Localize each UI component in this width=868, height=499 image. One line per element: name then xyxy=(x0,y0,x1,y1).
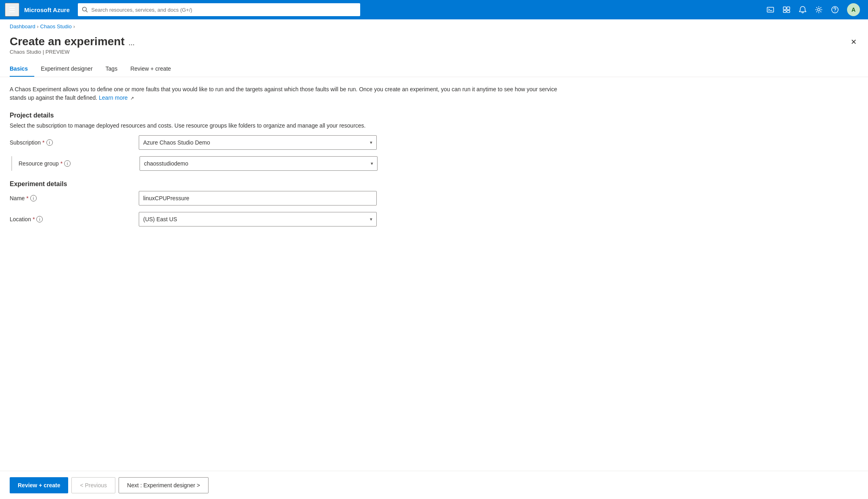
hamburger-menu[interactable]: ☰ xyxy=(5,3,19,17)
close-button[interactable]: ✕ xyxy=(849,36,858,48)
svg-rect-5 xyxy=(787,7,790,10)
name-input[interactable] xyxy=(139,191,377,205)
location-chevron-icon: ▾ xyxy=(370,216,372,222)
project-details-title: Project details xyxy=(10,112,858,119)
resource-group-row: Resource group * i chaosstudiodemo ▾ xyxy=(10,156,858,171)
search-icon xyxy=(82,6,88,13)
project-details-desc: Select the subscription to manage deploy… xyxy=(10,122,858,129)
experiment-details-title: Experiment details xyxy=(10,180,858,188)
previous-button[interactable]: < Previous xyxy=(71,477,115,493)
help-icon xyxy=(831,6,839,14)
portal-icon-btn[interactable] xyxy=(779,4,794,15)
topnav-icons: A xyxy=(763,2,863,18)
svg-rect-4 xyxy=(783,7,786,10)
location-dropdown[interactable]: (US) East US ▾ xyxy=(139,212,377,226)
settings-icon-btn[interactable] xyxy=(812,4,826,15)
tab-review-create[interactable]: Review + create xyxy=(124,61,177,77)
help-icon-btn[interactable] xyxy=(828,4,842,15)
subscription-required: * xyxy=(42,139,44,146)
avatar: A xyxy=(847,3,860,16)
tab-tags[interactable]: Tags xyxy=(99,61,124,77)
breadcrumb-sep-1: › xyxy=(37,24,39,29)
page-subtitle: Chaos Studio | PREVIEW xyxy=(10,49,135,55)
tabs: Basics Experiment designer Tags Review +… xyxy=(0,55,868,77)
breadcrumb-chaos-studio[interactable]: Chaos Studio xyxy=(40,23,72,29)
main-content: A Chaos Experiment allows you to define … xyxy=(0,77,868,461)
page-header: Create an experiment ... Chaos Studio | … xyxy=(0,34,868,55)
subscription-label: Subscription * i xyxy=(10,139,139,146)
resource-group-control: chaosstudiodemo ▾ xyxy=(140,156,378,171)
breadcrumb: Dashboard › Chaos Studio › xyxy=(0,19,868,34)
subscription-chevron-icon: ▾ xyxy=(370,140,372,145)
more-options-btn[interactable]: ... xyxy=(129,39,135,47)
svg-point-8 xyxy=(818,8,820,11)
resource-group-info-icon[interactable]: i xyxy=(64,160,71,167)
location-label: Location * i xyxy=(10,216,139,222)
location-row: Location * i (US) East US ▾ xyxy=(10,212,858,226)
name-required: * xyxy=(26,195,28,201)
resource-group-value: chaosstudiodemo xyxy=(144,160,188,167)
avatar-btn[interactable]: A xyxy=(844,2,863,18)
subscription-info-icon[interactable]: i xyxy=(46,139,53,146)
svg-line-1 xyxy=(86,10,87,12)
external-link-icon: ↗ xyxy=(130,96,134,101)
brand-name: Microsoft Azure xyxy=(24,6,70,13)
portal-icon xyxy=(782,6,791,14)
terminal-icon-btn[interactable] xyxy=(763,4,778,15)
name-control xyxy=(139,191,377,205)
location-value: (US) East US xyxy=(143,216,177,222)
resource-group-chevron-icon: ▾ xyxy=(371,161,373,166)
notifications-icon-btn[interactable] xyxy=(795,4,810,15)
location-info-icon[interactable]: i xyxy=(36,216,43,222)
svg-point-10 xyxy=(835,11,835,12)
intro-text: A Chaos Experiment allows you to define … xyxy=(10,85,574,102)
search-input[interactable] xyxy=(91,7,356,13)
tab-basics[interactable]: Basics xyxy=(10,61,34,77)
learn-more-link[interactable]: Learn more xyxy=(99,94,128,101)
resource-group-dropdown[interactable]: chaosstudiodemo ▾ xyxy=(140,156,378,171)
subscription-dropdown[interactable]: Azure Chaos Studio Demo ▾ xyxy=(139,135,377,150)
subscription-value: Azure Chaos Studio Demo xyxy=(143,139,210,146)
svg-rect-6 xyxy=(783,10,786,13)
review-create-button[interactable]: Review + create xyxy=(10,477,68,493)
indent-bar xyxy=(11,156,12,171)
next-button[interactable]: Next : Experiment designer > xyxy=(119,477,209,493)
name-label: Name * i xyxy=(10,195,139,201)
location-control: (US) East US ▾ xyxy=(139,212,377,226)
svg-rect-2 xyxy=(767,7,774,12)
page-title: Create an experiment xyxy=(10,35,125,48)
breadcrumb-sep-2: › xyxy=(73,24,75,29)
subscription-row: Subscription * i Azure Chaos Studio Demo… xyxy=(10,135,858,150)
tab-experiment-designer[interactable]: Experiment designer xyxy=(34,61,99,77)
breadcrumb-dashboard[interactable]: Dashboard xyxy=(10,23,35,29)
bell-icon xyxy=(799,6,807,14)
top-navigation: ☰ Microsoft Azure xyxy=(0,0,868,19)
location-required: * xyxy=(33,216,35,222)
bottom-bar: Review + create < Previous Next : Experi… xyxy=(0,471,868,499)
terminal-icon xyxy=(766,6,774,14)
subscription-control: Azure Chaos Studio Demo ▾ xyxy=(139,135,377,150)
resource-group-required: * xyxy=(61,160,63,167)
name-info-icon[interactable]: i xyxy=(30,195,37,201)
svg-rect-7 xyxy=(787,10,790,13)
resource-group-label: Resource group * i xyxy=(19,160,140,167)
search-bar[interactable] xyxy=(78,3,360,16)
name-row: Name * i xyxy=(10,191,858,205)
gear-icon xyxy=(815,6,823,14)
